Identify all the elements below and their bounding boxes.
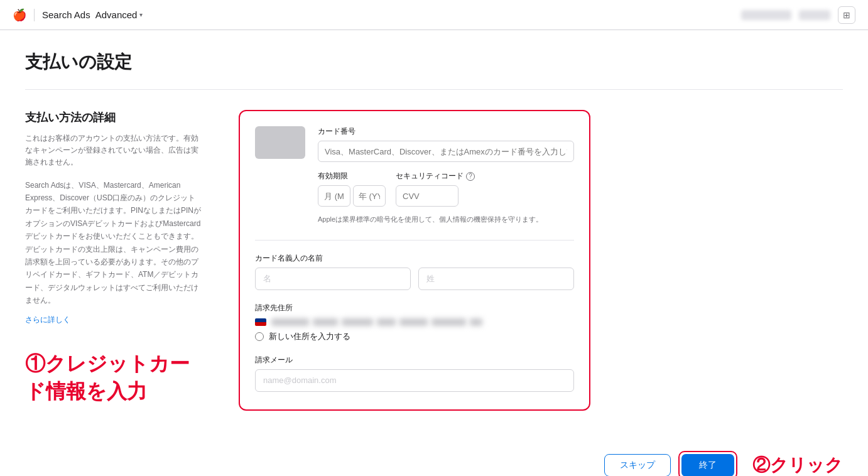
blur-block-6 <box>431 318 466 326</box>
first-name-input[interactable] <box>255 268 411 290</box>
blur-block-4 <box>377 318 396 326</box>
header-right: ⊞ <box>741 6 855 24</box>
header-grid-button[interactable]: ⊞ <box>838 6 855 24</box>
footer: スキップ 終了 ②クリック <box>0 431 868 477</box>
skip-button[interactable]: スキップ <box>604 454 671 477</box>
left-panel: 支払い方法の詳細 これはお客様のアカウントの支払い方法です。有効なキャンペーンが… <box>25 110 201 406</box>
billing-address-section: 請求先住所 新しい住所を入力する <box>255 303 574 342</box>
new-address-label[interactable]: 新しい住所を入力する <box>269 331 350 342</box>
expiry-label: 有効期限 <box>318 171 386 181</box>
billing-address-blurred <box>271 318 482 326</box>
cvv-group: セキュリティコード ? <box>396 171 475 207</box>
blur-block-3 <box>342 318 373 326</box>
billing-address-row <box>255 318 574 326</box>
cardholder-name-section: カード名義人の名前 <box>255 253 574 290</box>
page-divider <box>25 89 843 90</box>
payment-form-card: カード番号 有効期限 セキュリティコード <box>239 110 590 411</box>
name-row <box>255 268 574 290</box>
app-mode-text: Advanced <box>95 9 138 20</box>
header-account-info <box>741 10 791 20</box>
cvv-input[interactable] <box>396 185 458 207</box>
chevron-down-icon[interactable]: ▾ <box>139 11 143 18</box>
new-address-radio[interactable] <box>255 332 264 341</box>
finish-button[interactable]: 終了 <box>681 454 734 477</box>
cvv-label-row: セキュリティコード ? <box>396 171 475 181</box>
expiry-cvv-row: 有効期限 セキュリティコード ? <box>318 171 574 207</box>
page-content: 支払いの設定 支払い方法の詳細 これはお客様のアカウントの支払い方法です。有効な… <box>0 30 868 431</box>
apple-logo-icon: 🍎 <box>13 8 26 22</box>
header: 🍎 Search Ads Advanced ▾ ⊞ <box>0 0 868 30</box>
billing-email-input[interactable] <box>255 369 574 392</box>
card-number-label: カード番号 <box>318 126 574 137</box>
header-account-secondary <box>799 10 830 20</box>
card-number-section: カード番号 有効期限 セキュリティコード <box>255 126 574 241</box>
blur-block-1 <box>271 318 309 326</box>
cvv-label: セキュリティコード <box>396 171 464 181</box>
expiry-year-input[interactable] <box>353 185 386 207</box>
content-layout: 支払い方法の詳細 これはお客様のアカウントの支払い方法です。有効なキャンペーンが… <box>25 110 843 411</box>
learn-more-link[interactable]: さらに詳しく <box>25 315 70 324</box>
step1-annotation: ①クレジットカード情報を入力 <box>25 350 201 406</box>
last-name-field <box>418 268 574 290</box>
expiry-inputs <box>318 185 386 207</box>
section-body: Search Adsは、VISA、Mastercard、American Exp… <box>25 179 201 307</box>
section-description: これはお客様のアカウントの支払い方法です。有効なキャンペーンが登録されていない場… <box>25 133 201 169</box>
new-address-row: 新しい住所を入力する <box>255 331 574 342</box>
app-name-text: Search Ads <box>42 9 90 20</box>
blur-block-5 <box>399 318 428 326</box>
card-preview-image <box>255 126 305 159</box>
section-title: 支払い方法の詳細 <box>25 110 201 125</box>
blur-block-7 <box>470 318 482 326</box>
billing-email-label: 請求メール <box>255 355 574 365</box>
cardholder-label: カード名義人の名前 <box>255 253 574 264</box>
expiry-group: 有効期限 <box>318 171 386 207</box>
country-flag-icon <box>255 318 266 326</box>
expiry-month-input[interactable] <box>318 185 350 207</box>
billing-email-section: 請求メール <box>255 355 574 392</box>
first-name-field <box>255 268 411 290</box>
blur-block-2 <box>313 318 338 326</box>
finish-button-wrapper: 終了 <box>678 451 737 477</box>
card-fields: カード番号 有効期限 セキュリティコード <box>318 126 574 225</box>
page-title: 支払いの設定 <box>25 50 843 74</box>
apple-security-note: Appleは業界標準の暗号化を使用して、個人情報の機密保持を守ります。 <box>318 214 574 225</box>
billing-address-label: 請求先住所 <box>255 303 574 313</box>
step2-annotation: ②クリック <box>752 453 843 477</box>
cvv-help-icon[interactable]: ? <box>466 172 475 181</box>
app-name: Search Ads Advanced ▾ <box>42 9 143 20</box>
header-divider <box>34 9 35 21</box>
card-number-input[interactable] <box>318 141 574 162</box>
last-name-input[interactable] <box>418 268 574 290</box>
